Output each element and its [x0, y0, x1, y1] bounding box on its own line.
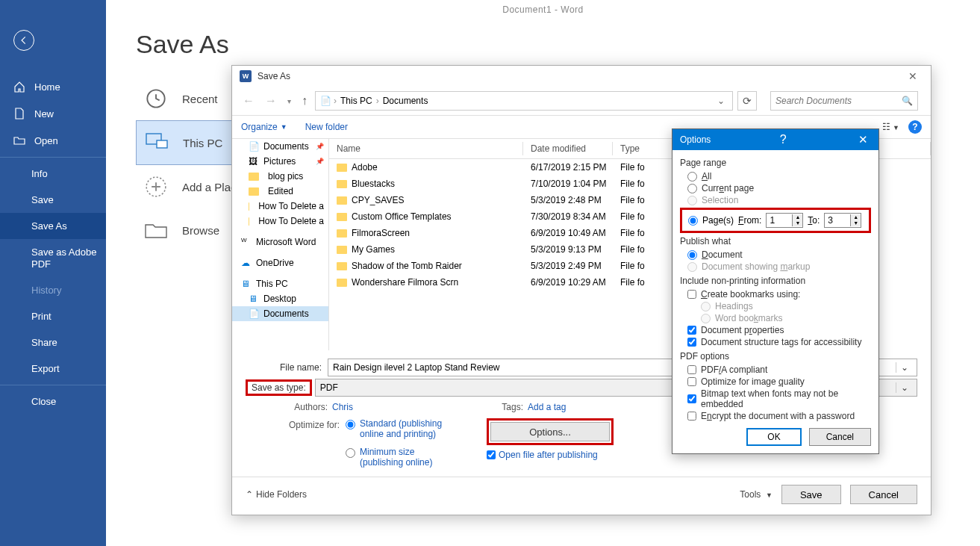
tree-item[interactable]: WMicrosoft Word: [232, 235, 328, 249]
check-struct-tags[interactable]: Document structure tags for accessibilit…: [680, 336, 871, 348]
down-icon[interactable]: ▼: [851, 220, 861, 226]
folder-icon: [249, 217, 249, 226]
nav-open[interactable]: Open: [0, 127, 106, 154]
word-icon: W: [241, 237, 252, 247]
chevron-down-icon[interactable]: ⌄: [896, 382, 912, 393]
nav-share[interactable]: Share: [0, 329, 106, 356]
new-folder-button[interactable]: New folder: [305, 122, 348, 132]
crumb-documents[interactable]: Documents: [381, 96, 430, 106]
tags-value[interactable]: Add a tag: [528, 402, 566, 412]
folder-icon: [337, 229, 347, 238]
nav-history: History: [0, 277, 106, 303]
tree-item[interactable]: 🖥This PC: [232, 276, 328, 291]
tree-item[interactable]: How To Delete a: [232, 199, 328, 214]
col-date[interactable]: Date modified: [523, 142, 613, 155]
label: Export: [31, 363, 60, 374]
tree-item[interactable]: 🖼Pictures: [232, 154, 328, 169]
file-name-label: File name:: [246, 362, 328, 373]
optimize-label: Optimize for:: [289, 418, 340, 430]
folder-icon: [337, 164, 347, 172]
radio-current[interactable]: Current page: [680, 182, 871, 194]
tree-item[interactable]: blog pics: [232, 169, 328, 184]
folder-icon: [249, 187, 259, 196]
folder-tree: 📄Documents 🖼Pictures blog pics Edited Ho…: [232, 139, 329, 350]
nav-info[interactable]: Info: [0, 161, 106, 187]
check-encrypt[interactable]: Encrypt the document with a password: [680, 410, 871, 422]
close-icon[interactable]: ✕: [902, 70, 923, 82]
nav-print[interactable]: Print: [0, 303, 106, 329]
down-icon[interactable]: ▼: [793, 220, 802, 226]
section-pdf: PDF options: [680, 351, 871, 362]
tools-dropdown[interactable]: Tools ▼: [740, 489, 773, 500]
folder-icon: [249, 202, 249, 211]
crumb-this-pc[interactable]: This PC: [339, 96, 374, 106]
help-icon[interactable]: ?: [908, 120, 922, 134]
organize-button[interactable]: Organize ▼: [241, 122, 287, 132]
back-button[interactable]: [13, 30, 34, 51]
radio-markup: Document showing markup: [680, 261, 871, 273]
nav-close[interactable]: Close: [0, 388, 106, 415]
opt-standard[interactable]: Standard (publishing online and printing…: [346, 418, 457, 439]
home-icon: [13, 81, 25, 93]
ok-button[interactable]: OK: [746, 428, 801, 446]
check-pdfa[interactable]: PDF/A compliant: [680, 364, 871, 376]
help-icon[interactable]: ?: [773, 133, 794, 146]
from-spinner[interactable]: ▲▼: [766, 213, 803, 228]
col-name[interactable]: Name: [329, 142, 523, 155]
dialog-title: Save As: [258, 71, 290, 81]
options-button[interactable]: Options...: [490, 422, 610, 441]
nav-up-icon[interactable]: ↑: [299, 94, 310, 108]
to-spinner[interactable]: ▲▼: [824, 213, 861, 228]
folder-icon: [249, 173, 259, 181]
save-button[interactable]: Save: [781, 485, 841, 504]
options-title: Options: [680, 134, 711, 145]
to-label: To:: [808, 215, 820, 226]
nav-row: ← → ▾ ↑ 📄 › This PC › Documents ⌄ ⟳ 🔍: [232, 87, 931, 116]
nav-save-adobe[interactable]: Save as Adobe PDF: [0, 239, 106, 277]
close-icon[interactable]: ✕: [855, 133, 871, 146]
view-button[interactable]: ☷ ▼: [882, 122, 899, 132]
tree-item[interactable]: How To Delete a: [232, 214, 328, 229]
open-after-check[interactable]: Open file after publishing: [487, 450, 614, 460]
breadcrumb-dropdown-icon[interactable]: ⌄: [714, 96, 728, 106]
radio-pages[interactable]: Page(s): [688, 215, 734, 226]
nav-save[interactable]: Save: [0, 187, 106, 213]
check-bookmarks[interactable]: Create bookmarks using:: [680, 288, 871, 300]
arrow-left-icon: [19, 35, 29, 46]
check-iq[interactable]: Optimize for image quality: [680, 376, 871, 388]
up-icon[interactable]: ▲: [793, 214, 802, 220]
cancel-button[interactable]: Cancel: [809, 428, 871, 446]
cancel-button[interactable]: Cancel: [850, 485, 917, 504]
refresh-icon[interactable]: ⟳: [737, 91, 757, 111]
radio-document[interactable]: Document: [680, 249, 871, 261]
up-icon[interactable]: ▲: [851, 214, 861, 220]
chevron-down-icon: ▼: [281, 123, 287, 131]
chevron-down-icon[interactable]: ⌄: [896, 362, 912, 373]
breadcrumb[interactable]: 📄 › This PC › Documents ⌄: [315, 91, 733, 111]
label: Close: [31, 396, 56, 407]
opt-minimum[interactable]: Minimum size (publishing online): [346, 447, 457, 468]
search-input[interactable]: 🔍: [770, 91, 918, 111]
search-icon[interactable]: 🔍: [902, 96, 913, 106]
backstage-sidebar: Home New Open Info Save Save As Save as …: [0, 0, 106, 546]
nav-export[interactable]: Export: [0, 356, 106, 382]
nav-save-as[interactable]: Save As: [0, 213, 106, 239]
folder-icon: [337, 180, 347, 188]
authors-value[interactable]: Chris: [332, 402, 353, 412]
tree-item[interactable]: 📄Documents: [232, 306, 328, 321]
check-doc-props[interactable]: Document properties: [680, 324, 871, 336]
tree-item[interactable]: 📄Documents: [232, 139, 328, 154]
tree-item[interactable]: Edited: [232, 184, 328, 199]
tree-item[interactable]: 🖥Desktop: [232, 291, 328, 306]
hide-folders-button[interactable]: ⌃ Hide Folders: [246, 489, 307, 500]
search-field[interactable]: [775, 96, 902, 106]
tree-item[interactable]: ☁OneDrive: [232, 255, 328, 270]
radio-all[interactable]: All: [680, 170, 871, 182]
nav-new[interactable]: New: [0, 100, 106, 127]
document-icon: [13, 108, 25, 120]
check-bitmap[interactable]: Bitmap text when fonts may not be embedd…: [680, 388, 871, 410]
nav-home[interactable]: Home: [0, 73, 106, 100]
dropdown-history-icon[interactable]: ▾: [284, 97, 294, 105]
folder-icon: 📄: [249, 141, 259, 152]
options-titlebar: Options ? ✕: [672, 129, 878, 150]
